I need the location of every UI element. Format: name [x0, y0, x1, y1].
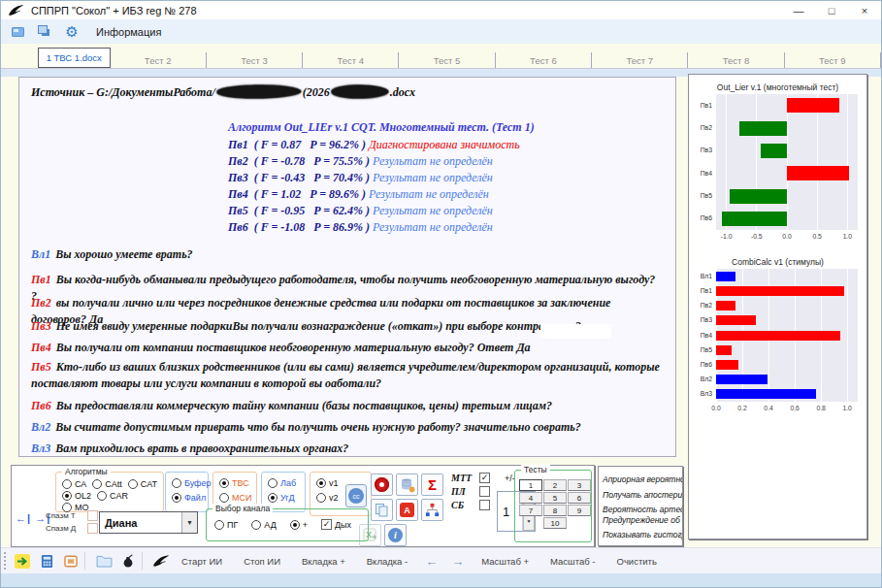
tab-5[interactable]: Тест 5 — [399, 52, 495, 68]
x-axis-tick: 0.4 — [757, 405, 780, 411]
tab-6[interactable]: Тест 6 — [496, 52, 592, 68]
flag-checkbox-3[interactable]: СБ — [451, 500, 490, 510]
test-button-5[interactable]: 5 — [543, 492, 567, 504]
display-option-item[interactable]: Априорная вероятность — [603, 474, 683, 484]
tab-8[interactable]: Тест 8 — [688, 52, 784, 68]
maximize-button[interactable]: □ — [815, 1, 848, 19]
test-button-7[interactable]: 7 — [519, 505, 542, 516]
info-button[interactable]: i — [384, 524, 407, 546]
source-radio-2[interactable]: Файл — [172, 493, 206, 503]
result-label: Пв5 — [228, 204, 248, 217]
mode-radio-1[interactable]: ТВС — [219, 478, 249, 488]
calculator-icon[interactable] — [37, 552, 56, 570]
test-button-8[interactable]: 8 — [543, 505, 567, 516]
tab-1[interactable]: 1 ТВС 1.docx — [38, 48, 111, 68]
toolbar-grip[interactable] — [4, 552, 8, 570]
toolbar-button[interactable]: Вкладка - — [367, 556, 408, 567]
test-button-6[interactable]: 6 — [568, 492, 591, 504]
journal-icon[interactable] — [61, 552, 81, 570]
question-label: Пв2 — [31, 296, 51, 310]
test-button-4[interactable]: 4 — [519, 492, 542, 504]
radio-icon — [268, 493, 278, 503]
export-icon[interactable] — [13, 552, 32, 570]
falcon-icon[interactable] — [151, 552, 171, 570]
result-line: Пв6 ( F = -1.08 P = 86.9% )Результат не … — [228, 220, 493, 235]
channel-radio-1[interactable]: ПГ — [214, 520, 238, 530]
gear-icon[interactable]: ⚙ — [61, 23, 82, 41]
tab-7[interactable]: Тест 7 — [592, 52, 688, 68]
toolbar-button[interactable]: Масштаб + — [481, 556, 529, 567]
history-forward-icon[interactable]: → — [451, 554, 464, 569]
version-radio-2[interactable]: v2 — [316, 493, 339, 503]
mode-radio-2[interactable]: МСИ — [219, 493, 251, 503]
version-radio-1[interactable]: v1 — [316, 478, 339, 488]
copy-pages-button[interactable] — [371, 499, 393, 521]
chevron-down-icon[interactable]: ▼ — [181, 512, 197, 533]
pdf-button[interactable]: A — [396, 499, 418, 521]
display-option-item[interactable]: Вероятность артефакта — [603, 505, 683, 514]
breath-checkbox[interactable]: ✓Дых — [321, 519, 351, 530]
x-axis-tick: 0.6 — [783, 405, 806, 411]
spasm-group: Спазм ТСпазм Д — [46, 510, 98, 534]
toolbar-button[interactable]: Масштаб - — [550, 556, 595, 567]
folder-icon[interactable] — [94, 552, 114, 570]
toolbar-button[interactable]: Стоп ИИ — [244, 556, 280, 567]
test-button-2[interactable]: 2 — [543, 479, 567, 491]
toolbar-button[interactable]: Старт ИИ — [181, 556, 222, 567]
bar — [716, 315, 756, 325]
channel-radio-3[interactable]: + — [290, 520, 308, 530]
question-label: Пв6 — [31, 399, 51, 412]
channel-radio-2[interactable]: АД — [251, 520, 276, 530]
algorithm-radio-3[interactable]: САТ — [128, 479, 157, 489]
toolbar-button[interactable]: Очистить — [617, 556, 657, 567]
display-option-item[interactable]: Показывать гистограмму — [603, 530, 683, 539]
algorithm-radio-2[interactable]: СAtt — [92, 479, 122, 489]
result-line: Пв2 ( F = -0.78 P = 75.5% )Результат не … — [228, 154, 493, 169]
tab-9[interactable]: Тест 9 — [785, 52, 881, 68]
examinee-dropdown[interactable]: Диана ▼ — [99, 511, 198, 534]
copy-files-icon[interactable] — [34, 23, 55, 41]
result-params: ( F = 1.02 P = 89.6% ) — [248, 187, 366, 201]
algorithm-radio-1[interactable]: СА — [62, 479, 86, 489]
test-button-3[interactable]: 3 — [568, 479, 591, 491]
record-button[interactable] — [371, 474, 393, 496]
menu-item-information[interactable]: Информация — [96, 26, 161, 38]
test-button-10[interactable]: 10 — [543, 517, 567, 529]
question-text: Вам приходилось врать в правоохранительн… — [55, 441, 348, 455]
spasm-checkbox-1[interactable]: Спазм Т — [46, 510, 98, 521]
spasm-checkbox-2[interactable]: Спазм Д — [46, 523, 98, 534]
database-button[interactable] — [396, 474, 418, 496]
department-radio-2[interactable]: УгД — [268, 493, 295, 503]
channel-group-label: Выбор канала — [212, 504, 273, 513]
display-option-item[interactable]: Получать апостериорную — [603, 490, 683, 500]
checkbox-icon: ✓ — [321, 519, 332, 530]
flag-checkbox-1[interactable]: ✓МТТ — [451, 473, 490, 483]
cc-button[interactable]: сс — [345, 484, 367, 507]
algorithm-title: Алгоритм Out_LIEr v.1 CQT. Многотемный т… — [228, 120, 535, 135]
radio-icon — [128, 479, 138, 489]
question-text: Вы считате допустимым приврать что бы по… — [55, 420, 581, 434]
orgchart-button[interactable] — [421, 499, 443, 521]
algorithm-radio-4[interactable]: OL2 — [62, 491, 91, 501]
close-button[interactable]: × — [848, 1, 881, 19]
tab-2[interactable]: Тест 2 — [111, 52, 207, 68]
y-axis-label: Вл2 — [691, 376, 712, 382]
screen-icon[interactable] — [7, 23, 28, 41]
history-back-icon[interactable]: ← — [425, 554, 438, 569]
algorithms-group-label: Алгоритмы — [62, 467, 111, 476]
flag-checkbox-2[interactable]: ПЛ — [451, 486, 490, 497]
x-axis-tick: 1.0 — [835, 405, 859, 411]
source-radio-1[interactable]: Буфер — [172, 478, 212, 488]
result-label: Пв3 — [228, 171, 248, 184]
ink-pot-icon[interactable] — [118, 552, 138, 570]
tab-3[interactable]: Тест 3 — [207, 52, 303, 68]
sigma-button[interactable]: Σ — [421, 474, 443, 496]
test-button-1[interactable]: 1 — [519, 479, 542, 491]
algorithm-radio-5[interactable]: СAR — [97, 491, 128, 501]
department-radio-1[interactable]: Лаб — [268, 478, 296, 488]
display-option-item[interactable]: Предупреждение об МТТ — [603, 515, 683, 525]
minimize-button[interactable]: — — [782, 1, 815, 19]
toolbar-button[interactable]: Вкладка + — [302, 556, 345, 567]
tab-4[interactable]: Тест 4 — [303, 52, 399, 68]
test-button-9[interactable]: 9 — [568, 505, 591, 516]
